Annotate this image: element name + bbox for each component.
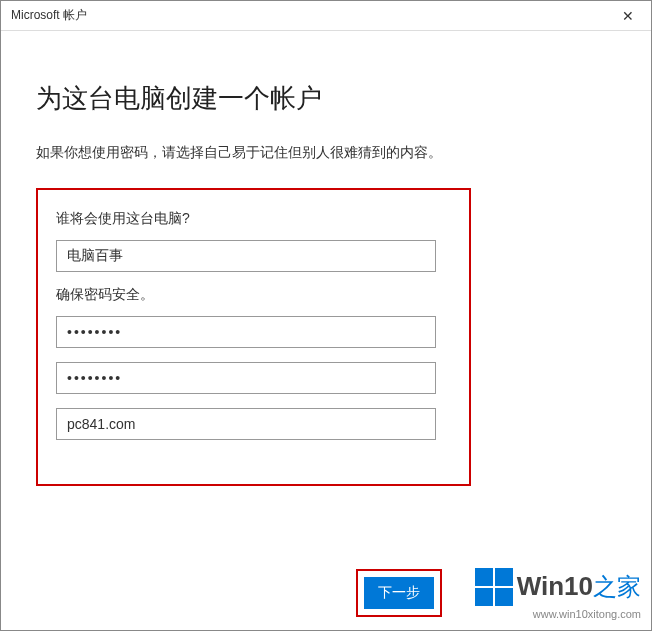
- account-dialog: Microsoft 帐户 ✕ 为这台电脑创建一个帐户 如果你想使用密码，请选择自…: [0, 0, 652, 631]
- password-confirm-input[interactable]: [56, 362, 436, 394]
- page-subtitle: 如果你想使用密码，请选择自己易于记住但别人很难猜到的内容。: [36, 144, 616, 162]
- titlebar: Microsoft 帐户 ✕: [1, 1, 651, 31]
- next-button-highlight: 下一步: [356, 569, 442, 617]
- content-area: 为这台电脑创建一个帐户 如果你想使用密码，请选择自己易于记住但别人很难猜到的内容…: [1, 31, 651, 486]
- window-title: Microsoft 帐户: [11, 7, 87, 24]
- password-input[interactable]: [56, 316, 436, 348]
- username-input[interactable]: [56, 240, 436, 272]
- close-button[interactable]: ✕: [605, 1, 651, 31]
- password-hint-input[interactable]: [56, 408, 436, 440]
- who-label: 谁将会使用这台电脑?: [56, 210, 451, 228]
- watermark-brand: Win10 之家: [517, 571, 641, 603]
- form-highlight-box: 谁将会使用这台电脑? 确保密码安全。: [36, 188, 471, 486]
- watermark: Win10 之家 www.win10xitong.com: [475, 568, 641, 620]
- page-title: 为这台电脑创建一个帐户: [36, 81, 616, 116]
- watermark-url: www.win10xitong.com: [475, 608, 641, 620]
- secure-label: 确保密码安全。: [56, 286, 451, 304]
- watermark-logo-row: Win10 之家: [475, 568, 641, 606]
- next-button[interactable]: 下一步: [364, 577, 434, 609]
- close-icon: ✕: [622, 8, 634, 24]
- windows-logo-icon: [475, 568, 513, 606]
